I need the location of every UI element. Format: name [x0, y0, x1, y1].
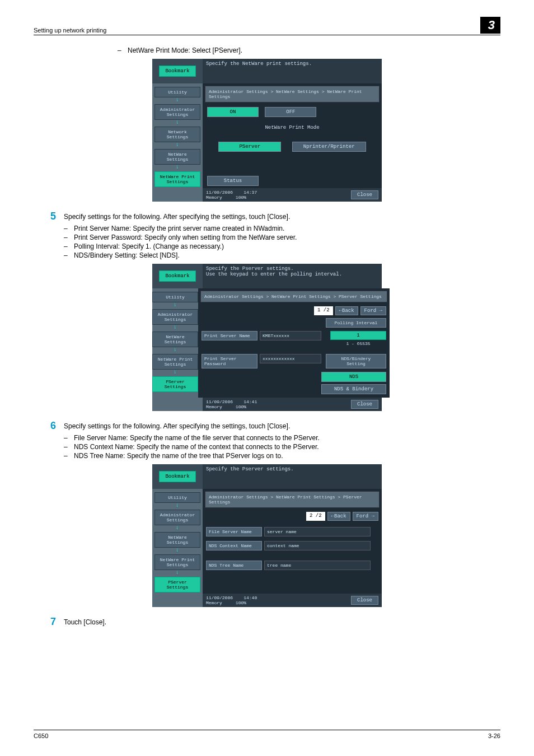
footer-date: 11/09/2006: [206, 190, 233, 195]
footer-time: 14:40: [243, 595, 257, 600]
sidebar-netware[interactable]: NetWare Settings: [152, 332, 198, 347]
forward-button[interactable]: Ford →: [353, 512, 378, 521]
nds-bindery-label: NDS/Bindery Setting: [326, 354, 386, 368]
panel-title: Specify the Pserver settings.Use the key…: [203, 264, 382, 288]
back-button[interactable]: ←Back: [335, 306, 358, 315]
panel-title: Specify the Pserver settings.: [203, 464, 382, 489]
chevron-down-icon: ↓: [176, 504, 179, 507]
polling-value[interactable]: 1: [330, 331, 386, 340]
bookmark-button[interactable]: Bookmark: [159, 270, 195, 282]
chevron-down-icon: ↓: [174, 348, 177, 352]
sidebar-utility[interactable]: Utility: [154, 492, 200, 503]
step-text: Touch [Close].: [64, 616, 500, 628]
chevron-down-icon: ↓: [174, 371, 177, 374]
screenshot-panel-1: Bookmark Specify the NetWare print setti…: [152, 59, 382, 202]
print-server-name-label[interactable]: Print Server Name: [202, 331, 257, 340]
instruction-line: –NetWare Print Mode: Select [PServer].: [118, 46, 500, 54]
breadcrumb: Administrator Settings > NetWare Print S…: [205, 491, 380, 508]
sidebar-netware[interactable]: NetWare Settings: [154, 532, 200, 548]
chevron-down-icon: ↓: [176, 99, 179, 102]
sidebar-netware-print[interactable]: NetWare Print Settings: [154, 171, 200, 187]
off-button[interactable]: OFF: [265, 107, 316, 117]
back-button[interactable]: ←Back: [327, 512, 350, 521]
forward-button[interactable]: Ford →: [360, 306, 386, 315]
close-button[interactable]: Close: [351, 190, 378, 199]
panel-title: Specify the NetWare print settings.: [203, 59, 382, 83]
chevron-down-icon: ↓: [174, 304, 177, 307]
footer-pct: 100%: [236, 195, 246, 200]
breadcrumb: Administrator Settings > NetWare Setting…: [205, 86, 380, 102]
nds-bindery-button[interactable]: NDS & Bindery: [321, 384, 386, 394]
chevron-down-icon: ↓: [174, 326, 177, 329]
footer-date: 11/09/2006: [206, 595, 233, 600]
screenshot-panel-3: Bookmark Specify the Pserver settings. U…: [152, 464, 382, 607]
close-button[interactable]: Close: [351, 400, 378, 409]
print-server-name-value: KMBTxxxxxx: [260, 331, 321, 340]
sidebar-admin[interactable]: Administrator Settings: [154, 104, 200, 120]
bookmark-button[interactable]: Bookmark: [159, 471, 195, 482]
sidebar-utility[interactable]: Utility: [152, 292, 198, 302]
close-button[interactable]: Close: [351, 596, 378, 605]
sidebar-network[interactable]: Network Settings: [154, 127, 200, 142]
chevron-down-icon: ↓: [176, 143, 179, 147]
sidebar-netware-print[interactable]: NetWare Print Settings: [152, 354, 198, 370]
running-head: Setting up network printing: [34, 27, 106, 34]
step-number: 7: [34, 616, 64, 628]
nds-button[interactable]: NDS: [321, 372, 386, 382]
sidebar-admin[interactable]: Administrator Settings: [152, 309, 198, 325]
chapter-badge: 3: [480, 17, 500, 34]
on-button[interactable]: ON: [207, 107, 259, 117]
footer-mem: Memory: [206, 195, 222, 200]
file-server-name-label[interactable]: File Server Name: [206, 527, 262, 536]
step-number: 6: [34, 420, 64, 432]
nds-tree-name-value: tree name: [264, 561, 371, 570]
sidebar-netware[interactable]: NetWare Settings: [154, 149, 200, 165]
polling-interval-label: Polling Interval: [326, 318, 386, 328]
step6-bullets: –File Server Name: Specify the name of t…: [64, 434, 500, 460]
footer-time: 14:41: [243, 399, 257, 404]
step-number: 5: [34, 211, 64, 222]
print-server-password-value: xxxxxxxxxxxx: [260, 354, 321, 363]
footer-model: C650: [34, 732, 48, 739]
chevron-down-icon: ↓: [176, 166, 179, 169]
mode-label: NetWare Print Mode: [203, 119, 382, 136]
nds-context-name-label[interactable]: NDS Context Name: [206, 541, 262, 550]
step-text: Specify settings for the following. Afte…: [64, 211, 500, 222]
sidebar-pserver[interactable]: PServer Settings: [152, 376, 198, 392]
page-indicator: 2 /2: [306, 512, 325, 521]
footer-date: 11/09/2006: [206, 399, 233, 404]
nds-tree-name-label[interactable]: NDS Tree Name: [206, 561, 262, 570]
footer-mem: Memory: [206, 600, 222, 605]
polling-range: 1 - 65535: [330, 340, 386, 347]
nds-context-name-value: context name: [264, 541, 371, 550]
step-text: Specify settings for the following. Afte…: [64, 420, 500, 432]
step5-bullets: –Print Server Name: Specify the print se…: [64, 225, 500, 259]
footer-pct: 100%: [236, 404, 246, 409]
footer-mem: Memory: [206, 404, 222, 409]
chevron-down-icon: ↓: [176, 571, 179, 575]
sidebar-utility[interactable]: Utility: [154, 87, 200, 97]
status-button[interactable]: Status: [207, 176, 259, 186]
file-server-name-value: server name: [264, 527, 371, 536]
print-server-password-label[interactable]: Print Server Password: [202, 354, 257, 368]
footer-page: 3-26: [488, 732, 500, 739]
pserver-button[interactable]: PServer: [218, 142, 281, 152]
chevron-down-icon: ↓: [176, 549, 179, 552]
sidebar-pserver[interactable]: PServer Settings: [154, 577, 200, 592]
sidebar-admin[interactable]: Administrator Settings: [154, 510, 200, 525]
bookmark-button[interactable]: Bookmark: [159, 66, 195, 77]
nprinter-button[interactable]: Nprinter/Rprinter: [292, 142, 366, 152]
sidebar-netware-print[interactable]: NetWare Print Settings: [154, 554, 200, 570]
page-indicator: 1 /2: [314, 306, 333, 315]
screenshot-panel-2: Bookmark Specify the Pserver settings.Us…: [152, 264, 382, 411]
chevron-down-icon: ↓: [176, 121, 179, 124]
footer-time: 14:37: [243, 190, 257, 195]
breadcrumb: Administrator Settings > NetWare Print S…: [200, 291, 387, 302]
footer-pct: 100%: [236, 600, 246, 605]
chevron-down-icon: ↓: [176, 526, 179, 530]
